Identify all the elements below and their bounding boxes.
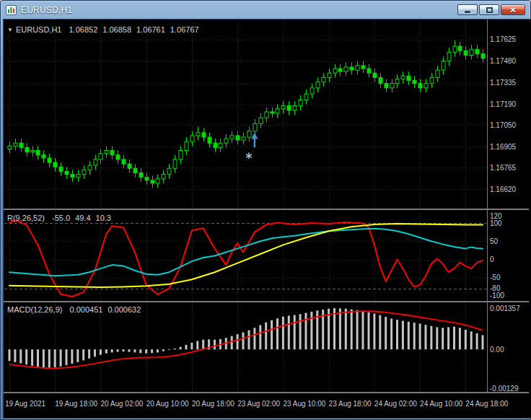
time-label: 19 Aug 2021 — [5, 400, 46, 408]
time-label: 24 Aug 18:00 — [465, 400, 508, 408]
time-label: 24 Aug 10:00 — [420, 400, 462, 408]
price-label: 1.17190 — [490, 100, 517, 108]
price-label: 1.17335 — [490, 79, 517, 87]
macd-axis-label: 0.00 — [490, 346, 504, 354]
macd-signal-line — [9, 311, 483, 368]
macd-axis-label: -0.00129 — [490, 385, 519, 393]
time-label: 20 Aug 02:00 — [100, 400, 143, 408]
window-controls: × — [456, 4, 525, 15]
macd-axis-labels: 0.0013570.00-0.00129 — [490, 305, 520, 393]
price-label: 1.17050 — [490, 121, 517, 129]
minimize-button[interactable] — [457, 4, 478, 15]
chart-window: EURUSD,H1 × 1.176251.174801.173351.17190… — [0, 0, 531, 420]
price-label: 1.16620 — [490, 185, 517, 193]
time-label: 20 Aug 10:00 — [146, 400, 189, 408]
cyan-line — [9, 229, 483, 276]
app-icon[interactable] — [6, 5, 17, 15]
time-label: 20 Aug 18:00 — [192, 400, 234, 408]
indicator-axis-label: 50 — [490, 237, 499, 245]
price-label: 1.16765 — [490, 164, 517, 172]
chart-canvas[interactable]: 1.176251.174801.173351.171901.170501.169… — [4, 19, 529, 418]
time-label: 23 Aug 10:00 — [283, 400, 325, 408]
chart-area: 1.176251.174801.173351.171901.170501.169… — [3, 19, 531, 419]
yellow-line — [9, 224, 483, 287]
maximize-button[interactable] — [479, 4, 499, 15]
indicator-axis-label: -50 — [490, 274, 501, 281]
indicator-axis-label: 0 — [490, 255, 494, 263]
time-label: 24 Aug 02:00 — [374, 400, 417, 408]
time-label: 23 Aug 18:00 — [329, 400, 372, 408]
macd-axis-label: 0.001357 — [490, 305, 520, 312]
candlesticks — [8, 40, 485, 188]
price-label: 1.16905 — [490, 143, 517, 151]
indicator-axis-label: -100 — [490, 292, 504, 299]
price-label: 1.17480 — [490, 57, 517, 65]
red-line — [9, 220, 483, 297]
title-bar[interactable]: EURUSD,H1 × — [1, 1, 530, 18]
time-label: 19 Aug 18:00 — [55, 400, 97, 408]
indicator-axis-labels: 120100500-50-80-100 — [490, 212, 504, 300]
minimize-icon — [465, 11, 470, 13]
price-axis-labels: 1.176251.174801.173351.171901.170501.169… — [490, 35, 517, 193]
indicator-axis-label: 100 — [490, 219, 502, 227]
time-label: 23 Aug 02:00 — [237, 400, 280, 408]
indicator-lines — [9, 220, 483, 297]
price-label: 1.17625 — [490, 35, 517, 43]
close-icon: × — [510, 5, 516, 14]
time-axis-labels: 19 Aug 202119 Aug 18:0020 Aug 02:0020 Au… — [5, 400, 509, 408]
maximize-icon — [486, 7, 493, 13]
close-button[interactable]: × — [501, 4, 525, 15]
window-title: EURUSD,H1 — [21, 5, 72, 15]
